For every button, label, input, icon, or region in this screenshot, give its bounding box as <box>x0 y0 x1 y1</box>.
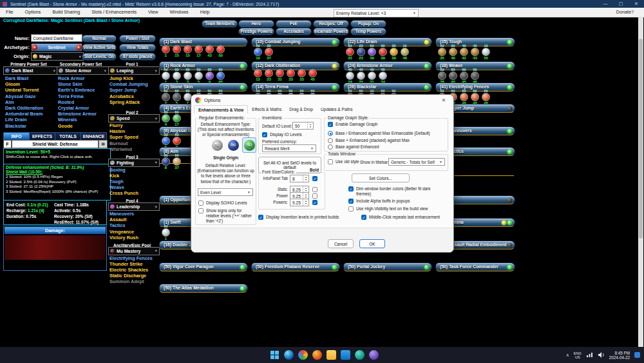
menu-item-slots-enhancements[interactable]: Slots / Enhancements <box>86 8 142 17</box>
vertical-scrollbar[interactable] <box>638 17 643 347</box>
archetype-prev-icon[interactable]: ◄ <box>32 44 37 50</box>
powerset-list-item-vengeance[interactable]: Vengeance <box>109 229 134 235</box>
powerset-list-item-static-discharge[interactable]: Static Discharge <box>109 273 146 279</box>
enhancement-slot[interactable]: 31 <box>274 69 285 81</box>
powerset-list-item-crystal-armor[interactable]: Crystal Armor <box>58 105 89 111</box>
pool-select-speed[interactable]: Speed▼ <box>108 114 160 123</box>
teal-app-icon[interactable] <box>355 350 365 360</box>
normal-button[interactable]: Normal <box>82 35 117 43</box>
store-icon[interactable] <box>341 350 350 360</box>
pool-select-leadership[interactable]: Leadership▼ <box>108 202 160 211</box>
display-soho-checkbox[interactable]: Display SO/HO Levels <box>198 201 254 206</box>
topbtn-accolades[interactable]: Accolades <box>276 28 312 35</box>
powerset-list-item-whirlwind[interactable]: Whirlwind <box>109 146 132 152</box>
checkbox-icon[interactable]: ✓ <box>348 186 354 191</box>
menu-item-donate[interactable]: Donate? <box>611 8 639 17</box>
checkbox-icon[interactable] <box>328 159 333 164</box>
enhancement-slot[interactable]: 1048 <box>399 44 410 60</box>
powerset-list-item-hasten[interactable]: Hasten <box>109 128 125 134</box>
origin-select[interactable]: Magic ▼ <box>31 52 84 61</box>
powerset-list-item-boxing[interactable]: Boxing <box>109 167 126 173</box>
archetype-selector[interactable]: ◄ Sentinel ► <box>31 43 82 52</box>
powerset-list-item-acrobatics[interactable]: Acrobatics <box>109 93 134 99</box>
view-active-sets-button[interactable]: View Active Sets <box>82 44 117 52</box>
enhancement-slot[interactable]: 4024 <box>345 68 355 84</box>
powerset-list-item-tough[interactable]: Tough <box>109 179 124 184</box>
checkbox-icon[interactable] <box>198 208 204 213</box>
enhancement-image-icon[interactable]: ▦ <box>99 140 108 148</box>
enhancement-slot[interactable]: 501 <box>160 68 171 84</box>
enhancement-slot[interactable]: 3039 <box>388 44 399 60</box>
use-old-style-checkbox[interactable]: Use old style <box>328 159 359 164</box>
dialog-tab-drag-drop[interactable]: Drag & Drop <box>285 105 317 113</box>
secondary-powerset-select[interactable]: Stone Armor▼ <box>57 66 109 75</box>
topbtn-recipes-off[interactable]: Recipes: Off <box>313 20 349 28</box>
checkbox-icon[interactable] <box>348 206 354 211</box>
enhancement-slot[interactable]: 5045 <box>215 68 226 84</box>
pool-1-select[interactable]: Leaping▼ <box>108 66 160 75</box>
name-input[interactable] <box>31 34 82 42</box>
topbtn-popup-on[interactable]: Popup: On <box>350 20 386 28</box>
edge-icon[interactable] <box>284 350 294 360</box>
enhancement-slot[interactable]: 33 <box>296 69 307 81</box>
topbtn-hero[interactable]: Hero <box>238 20 274 28</box>
enhancement-slot[interactable]: 5048 <box>480 90 491 105</box>
print-invention-levels-checkbox[interactable]: ✓Display Invention levels in printed bui… <box>258 215 361 220</box>
font-bold-checkbox[interactable]: ✓ <box>312 176 317 181</box>
powerset-list-item-dark-obliteration[interactable]: Dark Obliteration <box>5 105 43 111</box>
powerset-list-item-geode[interactable]: Geode <box>58 123 73 129</box>
powerset-list-item-super-speed[interactable]: Super Speed <box>109 134 138 140</box>
enh-type-button-to[interactable]: TO <box>210 137 224 153</box>
powerset-list-item-abyssal-gaze[interactable]: Abyssal Gaze <box>5 93 35 99</box>
enhancement-slot[interactable]: 5048 <box>459 90 469 105</box>
powerset-list-item-rock-armor[interactable]: Rock Armor <box>58 75 85 81</box>
menu-item-build-sharing[interactable]: Build Sharing <box>46 8 86 17</box>
dim-borders-checkbox[interactable]: ✓Dim window border colors (Better fit da… <box>348 186 439 197</box>
chrome-icon[interactable] <box>298 350 308 360</box>
radio-icon[interactable] <box>328 144 333 150</box>
view-totals-button[interactable]: View Totals <box>119 44 156 52</box>
powerset-list-item-stone-skin[interactable]: Stone Skin <box>58 81 82 87</box>
powerset-list-item-minerals[interactable]: Minerals <box>58 117 77 123</box>
enhancement-slot[interactable]: 15 <box>171 45 182 57</box>
checkbox-icon[interactable]: ✓ <box>328 122 333 127</box>
enhancement-slot[interactable]: 45 <box>307 69 318 81</box>
font-size-spinner[interactable]: 9.25▲▼ <box>290 199 309 206</box>
checkbox-icon[interactable]: ✓ <box>361 215 366 220</box>
powerset-list-item-aim[interactable]: Aim <box>5 99 14 105</box>
powerset-list-item-weave[interactable]: Weave <box>109 184 124 190</box>
enhancement-slot[interactable]: 5048 <box>469 90 480 105</box>
powerset-list-item-burnout[interactable]: Burnout <box>109 141 128 146</box>
powerset-list-item-blackstar[interactable]: Blackstar <box>5 123 26 129</box>
powerset-list-item-antumbral-beam[interactable]: Antumbral Beam <box>5 111 43 117</box>
display-io-levels-checkbox[interactable]: ✓Display IO Levels <box>262 132 302 137</box>
spinner-arrows-icon[interactable]: ▲▼ <box>307 123 313 129</box>
enhancement-slot[interactable]: 5010 <box>252 44 263 60</box>
enhancement-slot[interactable]: 5022 <box>345 44 355 60</box>
enhancement-slot[interactable]: 50 <box>215 45 226 57</box>
folder-icon[interactable] <box>327 350 336 360</box>
enhancement-slot[interactable]: 17 <box>193 45 204 57</box>
topbtn-prestige-powers[interactable]: Prestige Powers <box>238 28 274 35</box>
topbtn-pve[interactable]: PvE <box>276 20 312 28</box>
dialog-tab-updates-paths[interactable]: Updates & Paths <box>317 105 356 113</box>
violet-app-icon[interactable] <box>369 350 379 360</box>
dialog-tab-enhancements-view[interactable]: Enhancements & View <box>194 105 248 113</box>
powerset-list-item-life-drain[interactable]: Life Drain <box>5 117 27 123</box>
powerset-list-item-victory-rush[interactable]: Victory Rush <box>109 235 138 240</box>
network-icon[interactable] <box>586 352 594 358</box>
enhancement-slot[interactable]: 503 <box>171 68 182 84</box>
enhancement-slot[interactable]: 5017 <box>171 111 182 126</box>
radio-icon[interactable] <box>328 131 333 136</box>
enhancement-slot[interactable]: 33 <box>285 69 296 81</box>
enhancement-slot[interactable]: 5045 <box>459 68 469 84</box>
font-bold-checkbox[interactable] <box>312 193 317 199</box>
firefox-icon[interactable] <box>312 350 322 360</box>
checkbox-icon[interactable]: ✓ <box>258 215 263 220</box>
enhancement-slot[interactable]: 505 <box>171 90 182 105</box>
powerset-list-item-terra-firma[interactable]: Terra Firma <box>58 93 84 99</box>
clock[interactable]: 8:45 PM2024-04-22 <box>609 351 630 360</box>
set-colors-button[interactable]: Set Colors... <box>352 173 410 182</box>
enhancement-slot[interactable]: 5039 <box>377 44 388 60</box>
dialog-close-icon[interactable]: ✕ <box>439 97 448 104</box>
